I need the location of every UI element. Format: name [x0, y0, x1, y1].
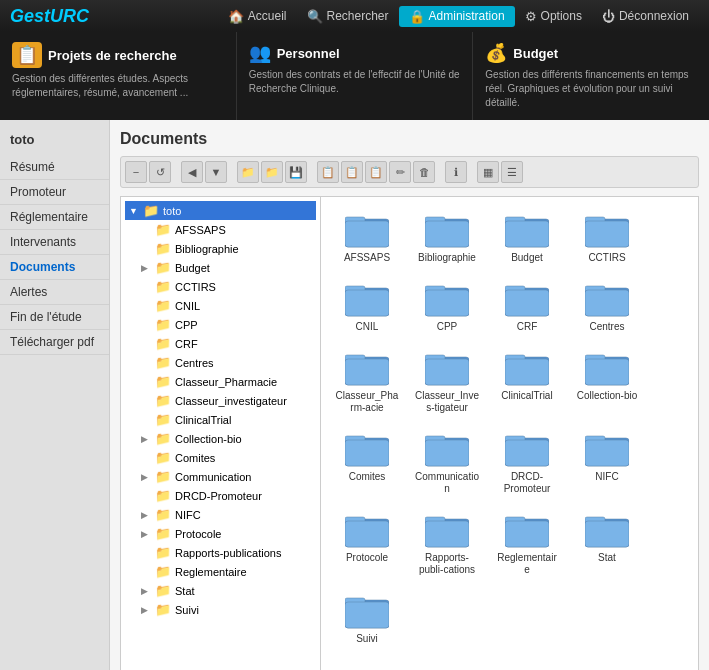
- tree-item-reglementaire[interactable]: 📁 Reglementaire: [125, 562, 316, 581]
- tree-item-cctirs[interactable]: 📁 CCTIRS: [125, 277, 316, 296]
- toolbar-btn-copy2[interactable]: 📋: [341, 161, 363, 183]
- tree-item-clinicaltrial[interactable]: 📁 ClinicalTrial: [125, 410, 316, 429]
- tree-item-afssaps[interactable]: 📁 AFSSAPS: [125, 220, 316, 239]
- toolbar-btn-minus[interactable]: −: [125, 161, 147, 183]
- tree-item-collection-bio[interactable]: ▶ 📁 Collection-bio: [125, 429, 316, 448]
- toolbar-btn-edit[interactable]: ✏: [389, 161, 411, 183]
- folder-label: CPP: [437, 321, 458, 333]
- folder-item[interactable]: Protocole: [331, 507, 403, 580]
- folder-item[interactable]: Communication: [411, 426, 483, 499]
- toolbar-btn-grid[interactable]: ▦: [477, 161, 499, 183]
- folder-label: NIFC: [595, 471, 618, 483]
- folder-item[interactable]: Classeur_Inves-tigateur: [411, 345, 483, 418]
- tree-item-suivi[interactable]: ▶ 📁 Suivi: [125, 600, 316, 619]
- tree-root[interactable]: ▼ 📁 toto: [125, 201, 316, 220]
- folder-item[interactable]: Reglementaire: [491, 507, 563, 580]
- tree-item-budget[interactable]: ▶ 📁 Budget: [125, 258, 316, 277]
- folder-item[interactable]: Stat: [571, 507, 643, 580]
- toolbar-btn-paste[interactable]: 📋: [365, 161, 387, 183]
- folder-label: ClinicalTrial: [501, 390, 552, 402]
- panel-personnel[interactable]: 👥 Personnel Gestion des contrats et de l…: [237, 32, 474, 120]
- tree-item-cnil[interactable]: 📁 CNIL: [125, 296, 316, 315]
- svg-rect-14: [345, 290, 389, 316]
- sidebar-item-reglementaire[interactable]: Réglementaire: [0, 205, 109, 230]
- nav-rechercher[interactable]: 🔍 Rechercher: [297, 6, 399, 27]
- folder-label: Rapports-publi-cations: [415, 552, 479, 576]
- toolbar-btn-info[interactable]: ℹ: [445, 161, 467, 183]
- folder-item[interactable]: Suivi: [331, 588, 403, 649]
- toolbar-btn-delete[interactable]: 🗑: [413, 161, 435, 183]
- toolbar-btn-back[interactable]: ◀: [181, 161, 203, 183]
- folder-item[interactable]: CNIL: [331, 276, 403, 337]
- projects-icon: 📋: [12, 42, 42, 68]
- folder-item[interactable]: Collection-bio: [571, 345, 643, 418]
- panel-projets[interactable]: 📋 Projets de recherche Gestion des diffé…: [0, 32, 237, 120]
- folder-item[interactable]: NIFC: [571, 426, 643, 499]
- toolbar-btn-list[interactable]: ☰: [501, 161, 523, 183]
- folder-item[interactable]: CCTIRS: [571, 207, 643, 268]
- toolbar-btn-save[interactable]: 💾: [285, 161, 307, 183]
- icons-grid: AFSSAPS Bibliographie Budget: [321, 197, 698, 670]
- sidebar-item-alertes[interactable]: Alertes: [0, 280, 109, 305]
- toolbar-btn-folder1[interactable]: 📁: [237, 161, 259, 183]
- folder-item[interactable]: AFSSAPS: [331, 207, 403, 268]
- page-title: Documents: [120, 130, 699, 148]
- folder-item[interactable]: Centres: [571, 276, 643, 337]
- folder-icon: [505, 349, 549, 387]
- tree-item-bibliographie[interactable]: 📁 Bibliographie: [125, 239, 316, 258]
- folder-label: Classeur_Inves-tigateur: [415, 390, 479, 414]
- folder-icon: [345, 511, 389, 549]
- tree-item-protocole[interactable]: ▶ 📁 Protocole: [125, 524, 316, 543]
- folder-icon: [345, 430, 389, 468]
- power-icon: ⏻: [602, 9, 615, 24]
- nav-accueil[interactable]: 🏠 Accueil: [218, 6, 297, 27]
- folder-item[interactable]: ClinicalTrial: [491, 345, 563, 418]
- folder-item[interactable]: CRF: [491, 276, 563, 337]
- panel-budget[interactable]: 💰 Budget Gestion des différents financem…: [473, 32, 709, 120]
- sidebar-item-promoteur[interactable]: Promoteur: [0, 180, 109, 205]
- sidebar-item-intervenants[interactable]: Intervenants: [0, 230, 109, 255]
- tree-item-cpp[interactable]: 📁 CPP: [125, 315, 316, 334]
- sidebar-item-documents[interactable]: Documents: [0, 255, 109, 280]
- svg-rect-11: [585, 221, 629, 247]
- tree-item-drcd[interactable]: 📁 DRCD-Promoteur: [125, 486, 316, 505]
- folder-label: Suivi: [356, 633, 378, 645]
- content-area: Documents − ↺ ◀ ▼ 📁 📁 💾 📋 📋 📋 ✏ 🗑 ℹ ▦ ☰: [110, 120, 709, 670]
- nav-options[interactable]: ⚙ Options: [515, 6, 592, 27]
- sidebar-item-telecharger[interactable]: Télécharger pdf: [0, 330, 109, 355]
- toolbar-btn-refresh[interactable]: ↺: [149, 161, 171, 183]
- toolbar-btn-folder2[interactable]: 📁: [261, 161, 283, 183]
- folder-label: CRF: [517, 321, 538, 333]
- tree-item-centres[interactable]: 📁 Centres: [125, 353, 316, 372]
- svg-rect-59: [585, 521, 629, 547]
- sidebar-item-resume[interactable]: Résumé: [0, 155, 109, 180]
- folder-icon: [505, 511, 549, 549]
- sidebar-user: toto: [0, 128, 109, 155]
- toolbar-btn-forward[interactable]: ▼: [205, 161, 227, 183]
- folder-label: Reglementaire: [495, 552, 559, 576]
- tree-item-crf[interactable]: 📁 CRF: [125, 334, 316, 353]
- tree-item-communication[interactable]: ▶ 📁 Communication: [125, 467, 316, 486]
- budget-icon: 💰: [485, 42, 507, 64]
- folder-label: Budget: [511, 252, 543, 264]
- nav-deconnexion[interactable]: ⏻ Déconnexion: [592, 6, 699, 27]
- folder-item[interactable]: Classeur_Pharm-acie: [331, 345, 403, 418]
- tree-item-nifc[interactable]: ▶ 📁 NIFC: [125, 505, 316, 524]
- tree-item-rapports[interactable]: 📁 Rapports-publications: [125, 543, 316, 562]
- tree-item-classeur-investigateur[interactable]: 📁 Classeur_investigateur: [125, 391, 316, 410]
- nav-administration[interactable]: 🔒 Administration: [399, 6, 515, 27]
- tree-item-stat[interactable]: ▶ 📁 Stat: [125, 581, 316, 600]
- folder-item[interactable]: CPP: [411, 276, 483, 337]
- toolbar-btn-copy1[interactable]: 📋: [317, 161, 339, 183]
- tree-item-comites[interactable]: 📁 Comites: [125, 448, 316, 467]
- folder-item[interactable]: DRCD-Promoteur: [491, 426, 563, 499]
- sidebar-item-fin-etude[interactable]: Fin de l'étude: [0, 305, 109, 330]
- folder-icon: [425, 430, 469, 468]
- folder-label: Communication: [415, 471, 479, 495]
- personnel-icon: 👥: [249, 42, 271, 64]
- folder-item[interactable]: Comites: [331, 426, 403, 499]
- folder-item[interactable]: Bibliographie: [411, 207, 483, 268]
- tree-item-classeur-pharmacie[interactable]: 📁 Classeur_Pharmacie: [125, 372, 316, 391]
- folder-item[interactable]: Rapports-publi-cations: [411, 507, 483, 580]
- folder-item[interactable]: Budget: [491, 207, 563, 268]
